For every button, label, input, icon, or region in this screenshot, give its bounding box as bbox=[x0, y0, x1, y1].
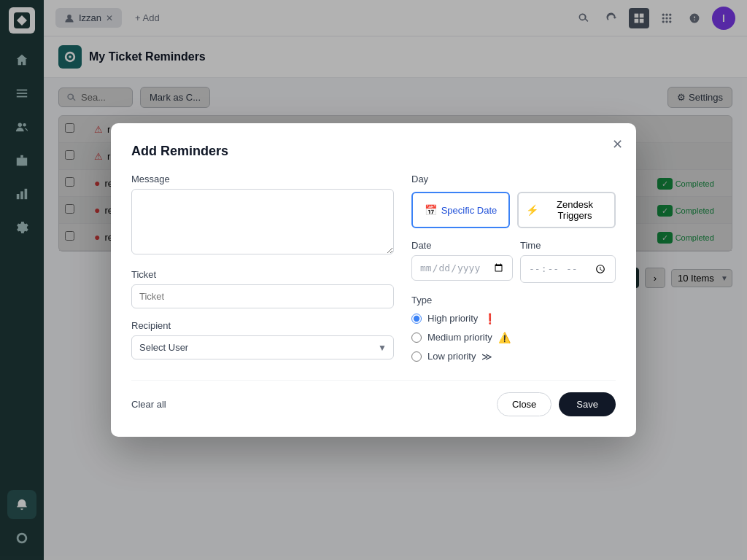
low-priority-label: Low priority bbox=[427, 351, 476, 362]
recipient-select-wrapper: Select User ▼ bbox=[131, 335, 394, 359]
specific-date-button[interactable]: 📅 Specific Date bbox=[411, 192, 510, 228]
specific-date-label: Specific Date bbox=[441, 205, 498, 216]
modal-body: Message Ticket Recipient Select User ▼ bbox=[131, 174, 616, 362]
date-time-row: Date Time bbox=[411, 240, 616, 283]
modal: Add Reminders ✕ Message Ticket Recipient… bbox=[111, 123, 636, 437]
calendar-icon: 📅 bbox=[425, 204, 437, 216]
time-input[interactable] bbox=[520, 255, 616, 283]
ticket-input[interactable] bbox=[131, 284, 394, 308]
medium-priority-radio[interactable] bbox=[411, 332, 422, 343]
modal-overlay: Add Reminders ✕ Message Ticket Recipient… bbox=[44, 78, 747, 560]
recipient-label: Recipient bbox=[131, 320, 394, 331]
modal-right-column: Day 📅 Specific Date ⚡ Zendesk Triggers bbox=[411, 174, 616, 362]
modal-title: Add Reminders bbox=[131, 144, 616, 159]
close-modal-button[interactable]: Close bbox=[497, 392, 551, 416]
zendesk-triggers-label: Zendesk Triggers bbox=[543, 199, 607, 221]
day-label: Day bbox=[411, 174, 616, 184]
message-textarea[interactable] bbox=[131, 189, 394, 254]
time-field: Time bbox=[520, 240, 616, 283]
high-priority-label: High priority bbox=[427, 313, 478, 324]
recipient-select[interactable]: Select User bbox=[131, 335, 394, 359]
zendesk-triggers-button[interactable]: ⚡ Zendesk Triggers bbox=[517, 192, 616, 228]
high-priority-option[interactable]: High priority ❗ bbox=[411, 313, 616, 324]
modal-close-button[interactable]: ✕ bbox=[612, 136, 623, 152]
medium-priority-option[interactable]: Medium priority ⚠️ bbox=[411, 332, 616, 343]
clear-all-button[interactable]: Clear all bbox=[131, 399, 166, 410]
low-priority-option[interactable]: Low priority ≫ bbox=[411, 351, 616, 362]
date-input[interactable] bbox=[411, 255, 513, 281]
ticket-label: Ticket bbox=[131, 269, 394, 280]
modal-left-column: Message Ticket Recipient Select User ▼ bbox=[131, 174, 394, 362]
day-buttons-group: 📅 Specific Date ⚡ Zendesk Triggers bbox=[411, 192, 616, 228]
medium-priority-icon: ⚠️ bbox=[498, 332, 511, 343]
footer-actions: Close Save bbox=[497, 392, 616, 416]
low-priority-icon: ≫ bbox=[481, 351, 492, 362]
modal-footer: Clear all Close Save bbox=[131, 380, 616, 416]
high-priority-icon: ❗ bbox=[484, 313, 496, 324]
save-modal-button[interactable]: Save bbox=[559, 392, 616, 416]
low-priority-radio[interactable] bbox=[411, 351, 422, 362]
priority-radio-group: High priority ❗ Medium priority ⚠️ Low p… bbox=[411, 313, 616, 362]
main-content: Izzan ✕ + Add I bbox=[44, 0, 747, 560]
date-field: Date bbox=[411, 240, 513, 283]
high-priority-radio[interactable] bbox=[411, 314, 422, 324]
message-label: Message bbox=[131, 174, 394, 184]
time-label: Time bbox=[520, 240, 616, 251]
medium-priority-label: Medium priority bbox=[427, 332, 492, 343]
trigger-icon: ⚡ bbox=[526, 204, 538, 216]
date-label: Date bbox=[411, 240, 513, 251]
type-label: Type bbox=[411, 295, 616, 306]
